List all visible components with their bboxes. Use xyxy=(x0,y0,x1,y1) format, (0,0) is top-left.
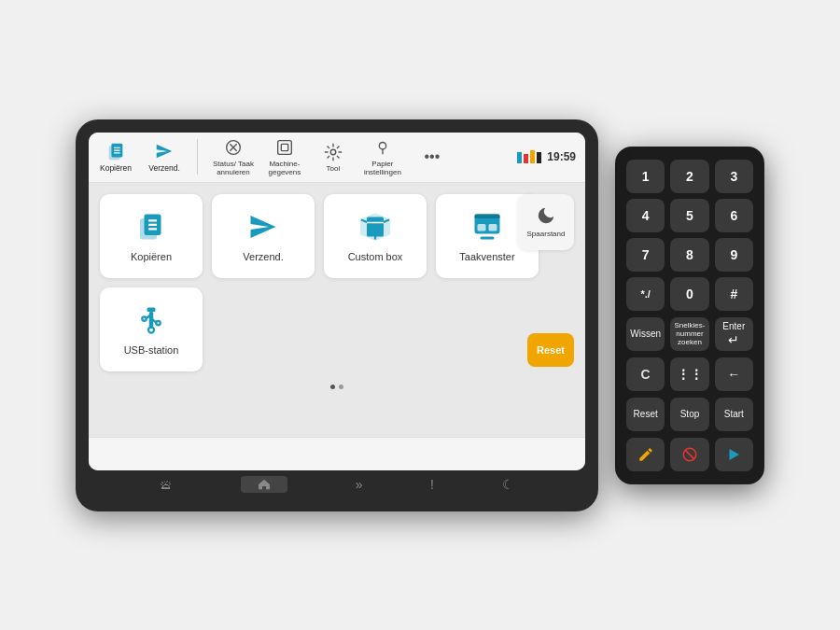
key-6[interactable]: 6 xyxy=(715,199,753,232)
topbar-machine-label: Machine-gegevens xyxy=(269,160,301,176)
svg-point-26 xyxy=(148,327,154,332)
bar-yellow xyxy=(530,150,535,163)
key-3[interactable]: 3 xyxy=(715,160,753,193)
topbar-machine[interactable]: Machine-gegevens xyxy=(267,137,302,176)
key-0[interactable]: 0 xyxy=(670,277,708,311)
key-7[interactable]: 7 xyxy=(626,238,665,272)
bar-cyan xyxy=(517,152,522,163)
topbar-separator xyxy=(197,139,198,175)
dot-1 xyxy=(330,385,335,389)
dot-2 xyxy=(339,385,343,389)
screen-bottombar xyxy=(89,437,585,470)
key-start[interactable]: Start xyxy=(715,398,753,431)
tablet-physical-bottom: 🛎 » ! ☾ xyxy=(89,470,585,498)
topbar-kopieren[interactable]: Kopiëren xyxy=(98,141,133,173)
action-edit[interactable] xyxy=(626,438,665,471)
keypad-action-row xyxy=(626,438,753,471)
bar-red xyxy=(524,154,528,163)
screen-topbar: Kopiëren Verzend. Status/ Taaka xyxy=(89,133,585,183)
color-bars xyxy=(517,150,541,163)
svg-rect-18 xyxy=(367,217,384,236)
topbar-papier[interactable]: Papierinstellingen xyxy=(364,137,401,176)
nfc-icon: 🛎 xyxy=(160,477,173,492)
action-start[interactable] xyxy=(715,438,753,471)
svg-point-29 xyxy=(142,316,147,321)
svg-rect-24 xyxy=(147,307,156,312)
svg-point-9 xyxy=(330,149,336,155)
svg-rect-21 xyxy=(478,224,486,231)
keypad-func-row3: Reset Stop Start xyxy=(626,398,753,431)
key-backspace[interactable]: ← xyxy=(715,357,753,391)
svg-line-32 xyxy=(685,450,694,459)
key-2[interactable]: 2 xyxy=(670,160,708,193)
app-tile-verzend[interactable]: Verzend. xyxy=(212,194,315,278)
warning-icon: ! xyxy=(430,477,434,492)
reset-label: Reset xyxy=(537,344,565,356)
topbar-right: 19:59 xyxy=(517,150,576,163)
tablet: Kopiëren Verzend. Status/ Taaka xyxy=(76,119,598,511)
pagination xyxy=(100,381,574,393)
svg-rect-8 xyxy=(281,144,287,150)
topbar-kopieren-label: Kopiëren xyxy=(100,163,132,173)
svg-marker-16 xyxy=(251,216,276,238)
moon-icon: ☾ xyxy=(502,477,514,492)
svg-rect-7 xyxy=(278,141,292,155)
tablet-screen: Kopiëren Verzend. Status/ Taaka xyxy=(89,133,585,470)
key-enter[interactable]: Enter↵ xyxy=(715,317,753,351)
app-tile-usb[interactable]: USB-station xyxy=(100,287,203,371)
key-8[interactable]: 8 xyxy=(670,238,708,272)
svg-rect-23 xyxy=(481,236,495,239)
key-menu[interactable]: ⋮⋮ xyxy=(670,357,708,391)
spaarstand-label: Spaarstand xyxy=(527,230,566,238)
spaarstand-button[interactable]: Spaarstand xyxy=(518,194,574,250)
app-row-2: USB-station xyxy=(100,287,574,371)
svg-point-30 xyxy=(156,320,161,325)
app-tile-kopieren[interactable]: Kopiëren xyxy=(100,194,203,278)
key-reset[interactable]: Reset xyxy=(626,398,665,431)
home-button[interactable] xyxy=(241,476,287,493)
reset-button[interactable]: Reset xyxy=(527,333,574,367)
topbar-more[interactable]: ••• xyxy=(414,147,450,167)
key-c[interactable]: C xyxy=(626,357,665,391)
scene: Kopiëren Verzend. Status/ Taaka xyxy=(76,119,764,511)
topbar-status-label: Status/ Taakannuleren xyxy=(213,160,254,176)
key-snelkies[interactable]: Snelkies­nummerzoeken xyxy=(670,317,708,351)
action-stop[interactable] xyxy=(670,438,708,471)
svg-rect-22 xyxy=(489,224,497,231)
svg-rect-20 xyxy=(475,214,500,218)
keypad: 1 2 3 4 5 6 7 8 9 *./ 0 # Wissen Snelkie… xyxy=(615,147,764,484)
bar-black xyxy=(537,152,541,163)
topbar-verzend-label: Verzend. xyxy=(148,163,180,173)
key-wissen[interactable]: Wissen xyxy=(626,317,665,351)
topbar-tool[interactable]: Tool xyxy=(315,142,351,173)
screen-main: Spaarstand Kopiëren xyxy=(89,183,585,437)
topbar-verzend[interactable]: Verzend. xyxy=(147,141,182,173)
app-tile-verzend-label: Verzend. xyxy=(243,251,283,262)
app-tile-kopieren-label: Kopiëren xyxy=(131,251,172,262)
app-row-1: Kopiëren Verzend. xyxy=(100,194,574,278)
key-9[interactable]: 9 xyxy=(715,238,753,272)
app-tile-custombox[interactable]: Custom box xyxy=(324,194,427,278)
key-1[interactable]: 1 xyxy=(626,160,665,193)
forward-icon: » xyxy=(356,477,363,492)
key-stop[interactable]: Stop xyxy=(670,398,708,431)
clock: 19:59 xyxy=(547,150,576,163)
keypad-func-row1: Wissen Snelkies­nummerzoeken Enter↵ xyxy=(626,317,753,351)
svg-marker-5 xyxy=(157,145,173,159)
topbar-tool-label: Tool xyxy=(327,164,341,173)
key-star[interactable]: *./ xyxy=(626,277,665,311)
key-4[interactable]: 4 xyxy=(626,199,665,232)
keypad-func-row2: C ⋮⋮ ← xyxy=(626,357,753,391)
keypad-numeric-grid: 1 2 3 4 5 6 7 8 9 *./ 0 # xyxy=(626,160,753,311)
topbar-status[interactable]: Status/ Taakannuleren xyxy=(213,137,254,176)
app-tile-taakvenster-label: Taakvenster xyxy=(459,251,514,262)
key-5[interactable]: 5 xyxy=(670,199,708,232)
app-tile-usb-label: USB-station xyxy=(124,344,179,356)
topbar-papier-label: Papierinstellingen xyxy=(364,160,401,176)
key-hash[interactable]: # xyxy=(715,277,753,311)
svg-marker-33 xyxy=(730,449,740,460)
app-tile-custombox-label: Custom box xyxy=(348,251,403,262)
svg-point-10 xyxy=(379,143,385,149)
